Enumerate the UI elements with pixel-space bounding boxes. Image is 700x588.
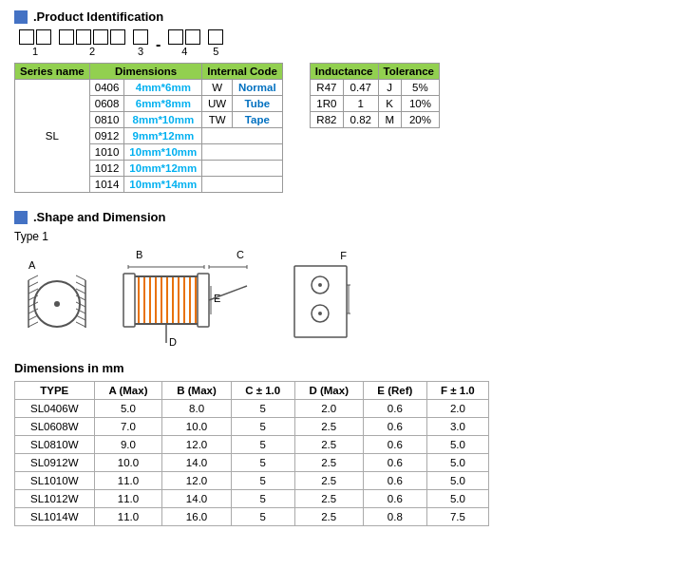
tol-code: J xyxy=(378,80,401,96)
tolerance-header: Tolerance xyxy=(378,64,439,80)
col-b: B (Max) xyxy=(162,382,231,400)
label-f: F xyxy=(340,250,347,261)
svg-line-11 xyxy=(76,282,85,287)
type-label: Type 1 xyxy=(14,230,686,243)
table-cell: 5 xyxy=(231,418,294,436)
label-b: B xyxy=(136,249,142,260)
table-cell: 5 xyxy=(231,490,294,508)
table-cell: 14.0 xyxy=(162,454,231,472)
pid-group-1: 1 xyxy=(19,29,51,57)
table-cell: 5 xyxy=(231,454,294,472)
table-cell: 2.0 xyxy=(294,400,363,418)
table-cell: 5.0 xyxy=(426,490,488,508)
svg-line-14 xyxy=(76,302,85,307)
dimensions-table: TYPE A (Max) B (Max) C ± 1.0 D (Max) E (… xyxy=(14,381,489,526)
table-cell: 0.6 xyxy=(363,436,426,454)
shape-section: .Shape and Dimension Type 1 A xyxy=(14,210,686,526)
table-row: SL1014W11.016.052.50.87.5 xyxy=(15,508,489,526)
table-cell: 0.8 xyxy=(363,508,426,526)
pid-num-3: 3 xyxy=(138,46,143,57)
table-row: SL1012W11.014.052.50.65.0 xyxy=(15,490,489,508)
table-cell: 7.0 xyxy=(94,418,162,436)
front-svg xyxy=(290,261,351,347)
int-code: W xyxy=(202,80,233,96)
svg-line-2 xyxy=(28,282,38,287)
int-desc: Tube xyxy=(232,96,282,112)
pid-num-2: 2 xyxy=(89,46,95,57)
ind-val: 0.82 xyxy=(343,112,378,128)
table-cell: 3.0 xyxy=(426,418,488,436)
pid-box xyxy=(185,29,200,45)
inductance-header: Inductance xyxy=(310,64,378,80)
table-cell: 5.0 xyxy=(426,454,488,472)
pid-left-tables: Series name Dimensions Internal Code SL … xyxy=(14,63,283,193)
svg-line-8 xyxy=(28,322,38,327)
product-id-title: .Product Identification xyxy=(14,9,686,24)
svg-line-1 xyxy=(28,275,38,280)
pid-num-4: 4 xyxy=(181,46,187,57)
svg-point-52 xyxy=(318,283,322,287)
table-cell: 11.0 xyxy=(94,490,162,508)
pid-box xyxy=(76,29,91,45)
table-cell: 10.0 xyxy=(162,418,231,436)
col-type: TYPE xyxy=(15,382,95,400)
tol-code: K xyxy=(378,96,401,112)
ind-code: R82 xyxy=(310,112,343,128)
svg-line-17 xyxy=(76,322,85,327)
col-d: D (Max) xyxy=(294,382,363,400)
dimensions-header: Dimensions xyxy=(89,64,202,80)
table-cell: SL1012W xyxy=(15,490,95,508)
pid-group-3: 3 xyxy=(133,29,148,57)
ind-val: 1 xyxy=(343,96,378,112)
pid-box xyxy=(208,29,223,45)
dim-code: 1010 xyxy=(89,144,124,161)
table-cell: 8.0 xyxy=(162,400,231,418)
dim-value: 10mm*10mm xyxy=(124,144,202,161)
table-cell: 14.0 xyxy=(162,490,231,508)
table-cell: 12.0 xyxy=(162,472,231,490)
table-cell: 0.6 xyxy=(363,472,426,490)
table-cell: 5 xyxy=(231,508,294,526)
int-code: UW xyxy=(202,96,233,112)
table-cell: 16.0 xyxy=(162,508,231,526)
table-cell: 0.6 xyxy=(363,418,426,436)
bc-labels: B C xyxy=(128,249,252,260)
table-cell: 9.0 xyxy=(94,436,162,454)
pid-box xyxy=(36,29,51,45)
dim-table-title: Dimensions in mm xyxy=(14,361,686,375)
table-cell: 10.0 xyxy=(94,454,162,472)
dim-code: 1012 xyxy=(89,161,124,177)
pid-box xyxy=(168,29,183,45)
svg-line-10 xyxy=(76,275,85,280)
inductance-table: Inductance Tolerance R47 0.47 J 5% 1R0 1… xyxy=(310,63,440,128)
shape-diagrams: A xyxy=(24,249,686,348)
table-cell: 2.5 xyxy=(294,508,363,526)
table-cell: SL0810W xyxy=(15,436,95,454)
table-cell: 5.0 xyxy=(426,472,488,490)
pid-box xyxy=(59,29,74,45)
pid-group-5: 5 xyxy=(208,29,223,57)
internal-code-header: Internal Code xyxy=(202,64,282,80)
table-row: SL0608W7.010.052.50.63.0 xyxy=(15,418,489,436)
svg-rect-37 xyxy=(123,274,135,327)
int-code: TW xyxy=(202,112,233,128)
table-cell: 5.0 xyxy=(94,400,162,418)
dim-code: 0406 xyxy=(89,80,124,96)
table-row: SL0406W5.08.052.00.62.0 xyxy=(15,400,489,418)
dim-value: 4mm*6mm xyxy=(124,80,202,96)
diagram-coil: B C xyxy=(119,249,261,348)
section-icon-1 xyxy=(14,10,28,24)
pid-group-2: 2 xyxy=(59,29,125,57)
pid-box xyxy=(110,29,125,45)
table-row: SL1010W11.012.052.50.65.0 xyxy=(15,472,489,490)
table-cell: 7.5 xyxy=(426,508,488,526)
series-header: Series name xyxy=(15,64,90,80)
table-cell: 0.6 xyxy=(363,490,426,508)
table-cell: 2.5 xyxy=(294,436,363,454)
table-cell: SL0406W xyxy=(15,400,95,418)
col-a: A (Max) xyxy=(94,382,162,400)
table-cell: SL0912W xyxy=(15,454,95,472)
dim-value: 8mm*10mm xyxy=(124,112,202,128)
inductance-section: Inductance Tolerance R47 0.47 J 5% 1R0 1… xyxy=(310,63,440,128)
table-cell: 2.5 xyxy=(294,490,363,508)
